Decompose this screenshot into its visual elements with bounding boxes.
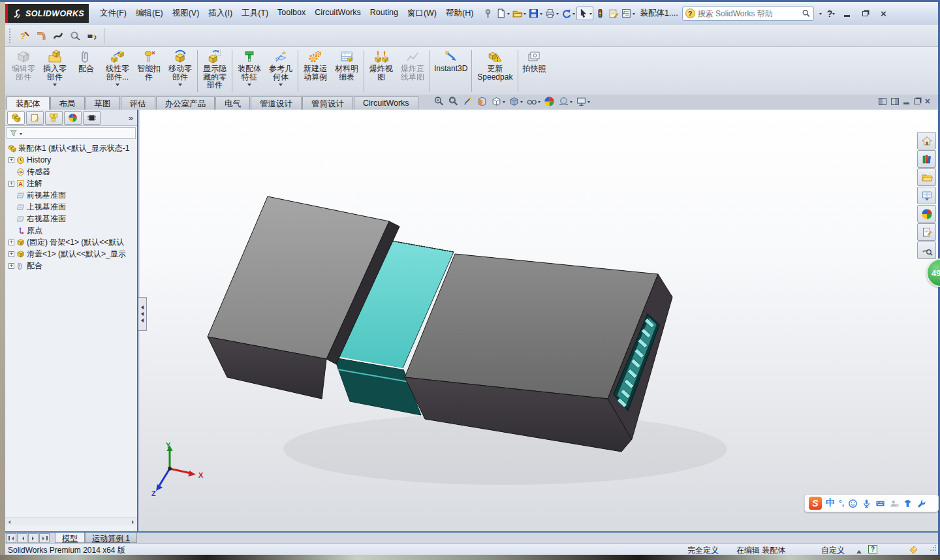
design-library-icon[interactable] bbox=[917, 150, 936, 168]
quick-tips-icon[interactable]: ? bbox=[868, 545, 877, 553]
open-button[interactable] bbox=[511, 7, 527, 20]
ribbon-button-assembly-features[interactable]: 装配体特征 bbox=[234, 48, 265, 94]
usb-assembly-model[interactable] bbox=[140, 110, 938, 531]
help-menu[interactable]: ? bbox=[827, 8, 836, 19]
ribbon-button-smart-fasteners[interactable]: 智能扣件 bbox=[133, 48, 164, 94]
panel-splitter[interactable] bbox=[138, 297, 147, 331]
pin-menu-icon[interactable] bbox=[482, 7, 494, 20]
select-tool-button[interactable] bbox=[576, 7, 593, 20]
ribbon-button-update-speedpak[interactable]: 更新 Speedpak bbox=[473, 48, 516, 94]
tree-item-top-plane[interactable]: 上视基准面 bbox=[5, 201, 137, 213]
search-dropdown-icon[interactable] bbox=[819, 13, 822, 16]
ribbon-button-new-motion-study[interactable]: 新建运动算例 bbox=[300, 48, 331, 94]
dropdown-icon[interactable] bbox=[588, 101, 590, 104]
home-icon[interactable] bbox=[917, 132, 936, 149]
menu-file[interactable]: 文件(F) bbox=[95, 5, 131, 22]
ribbon-button-mate[interactable]: 配合 bbox=[70, 48, 102, 94]
tree-item-annotations[interactable]: + 注解 bbox=[5, 178, 137, 189]
document-manager-icon[interactable] bbox=[917, 241, 936, 259]
appearances-icon[interactable] bbox=[917, 205, 936, 223]
expand-icon[interactable]: + bbox=[8, 157, 14, 163]
menu-routing[interactable]: Routing bbox=[366, 5, 403, 22]
flexible-tube-icon[interactable] bbox=[50, 27, 67, 44]
ime-language-mode[interactable]: 中 bbox=[826, 497, 835, 509]
ribbon-button-insert-component[interactable]: 插入零部件 bbox=[39, 48, 70, 94]
tab-piping[interactable]: 管道设计 bbox=[251, 96, 302, 110]
file-explorer-icon[interactable] bbox=[917, 168, 936, 186]
electrical-cable-icon[interactable] bbox=[67, 27, 84, 44]
previous-view-icon[interactable] bbox=[462, 96, 473, 107]
menu-view[interactable]: 视图(V) bbox=[168, 5, 204, 22]
menu-insert[interactable]: 插入(I) bbox=[204, 5, 237, 22]
dropdown-icon[interactable] bbox=[279, 84, 283, 88]
ribbon-button-move-component[interactable]: 移动零部件 bbox=[164, 48, 196, 94]
rebuild-icon[interactable] bbox=[594, 7, 606, 20]
ime-logo[interactable]: S bbox=[809, 497, 822, 510]
ime-keyboard-icon[interactable] bbox=[875, 499, 885, 508]
dropdown-icon[interactable] bbox=[570, 101, 572, 104]
tab-circuitworks[interactable]: CircuitWorks bbox=[354, 96, 418, 110]
expand-icon[interactable]: + bbox=[8, 240, 14, 245]
tree-item-right-plane[interactable]: 右视基准面 bbox=[5, 213, 137, 225]
dropdown-icon[interactable] bbox=[503, 101, 505, 104]
expand-icon[interactable]: + bbox=[8, 181, 14, 187]
dropdown-icon[interactable] bbox=[178, 84, 182, 88]
ime-toolbox-icon[interactable] bbox=[916, 499, 926, 508]
ime-emoji-icon[interactable] bbox=[848, 499, 858, 508]
ime-account-icon[interactable] bbox=[889, 499, 899, 508]
toolbar-drag-handle[interactable] bbox=[9, 29, 12, 43]
ribbon-cable-icon[interactable] bbox=[84, 27, 101, 44]
zoom-fit-icon[interactable] bbox=[433, 96, 445, 107]
tab-office-products[interactable]: 办公室产品 bbox=[156, 96, 215, 110]
ribbon-button-reference-geometry[interactable]: 参考几何体 bbox=[265, 48, 296, 94]
tab-layout[interactable]: 布局 bbox=[50, 96, 85, 110]
dropdown-icon[interactable] bbox=[247, 84, 251, 88]
apply-scene-icon[interactable] bbox=[558, 96, 572, 107]
tree-item-history[interactable]: + History bbox=[5, 154, 137, 166]
file-properties-icon[interactable] bbox=[607, 7, 619, 20]
custom-properties-icon[interactable] bbox=[917, 223, 936, 241]
circuitworks-tab[interactable] bbox=[83, 111, 101, 125]
dropdown-icon[interactable] bbox=[538, 101, 540, 104]
next-study-button[interactable] bbox=[28, 533, 39, 543]
doc-restore-icon[interactable] bbox=[914, 99, 920, 104]
minimize-button[interactable] bbox=[840, 8, 853, 19]
menu-toolbox[interactable]: Toolbox bbox=[273, 5, 310, 22]
tree-item-assembly-root[interactable]: 装配体1 (默认<默认_显示状态-1 bbox=[5, 142, 137, 154]
tree-item-front-plane[interactable]: 前视基准面 bbox=[5, 189, 137, 201]
expand-icon[interactable]: + bbox=[8, 251, 14, 257]
tab-evaluate[interactable]: 评估 bbox=[121, 96, 155, 110]
property-manager-tab[interactable] bbox=[26, 111, 44, 125]
model-tab[interactable]: 模型 bbox=[55, 533, 85, 543]
last-study-button[interactable] bbox=[39, 533, 50, 543]
ribbon-button-instant3d[interactable]: Instant3D bbox=[431, 48, 470, 94]
menu-window[interactable]: 窗口(W) bbox=[403, 5, 441, 22]
menu-circuitworks[interactable]: CircuitWorks bbox=[310, 5, 366, 22]
tree-item-sensors[interactable]: 传感器 bbox=[5, 166, 137, 178]
menu-tools[interactable]: 工具(T) bbox=[237, 5, 273, 22]
view-orientation-icon[interactable] bbox=[491, 96, 505, 107]
first-study-button[interactable] bbox=[6, 533, 16, 543]
undo-button[interactable] bbox=[560, 7, 576, 20]
tree-item-slider-part[interactable]: + 滑盖<1> (默认<<默认>_显示 bbox=[5, 248, 137, 260]
ribbon-button-show-hidden-components[interactable]: 显示隐藏的零部件 bbox=[199, 48, 230, 94]
motion-study-tab[interactable]: 运动算例 1 bbox=[85, 533, 137, 543]
view-palette-icon[interactable] bbox=[917, 187, 936, 204]
ribbon-button-exploded-view[interactable]: 爆炸视图 bbox=[366, 48, 397, 94]
configuration-manager-tab[interactable] bbox=[45, 111, 63, 125]
dropdown-icon[interactable] bbox=[520, 101, 523, 104]
tab-sketch[interactable]: 草图 bbox=[86, 96, 120, 110]
filter-dropdown-icon[interactable] bbox=[20, 133, 22, 136]
options-list-icon[interactable] bbox=[620, 7, 636, 20]
tab-assembly[interactable]: 装配体 bbox=[7, 96, 50, 110]
expand-icon[interactable]: + bbox=[8, 263, 14, 269]
split-left-icon[interactable] bbox=[879, 98, 886, 105]
display-style-icon[interactable] bbox=[509, 96, 523, 107]
ribbon-button-linear-pattern[interactable]: 线性零部件... bbox=[102, 48, 133, 94]
hide-show-items-icon[interactable] bbox=[526, 96, 540, 107]
ribbon-button-bill-of-materials[interactable]: 材料明细表 bbox=[331, 48, 362, 94]
panel-overflow-chevron[interactable]: » bbox=[129, 113, 135, 123]
ime-skin-icon[interactable] bbox=[903, 499, 913, 508]
dropdown-icon[interactable] bbox=[116, 84, 119, 88]
section-view-icon[interactable] bbox=[477, 96, 488, 107]
